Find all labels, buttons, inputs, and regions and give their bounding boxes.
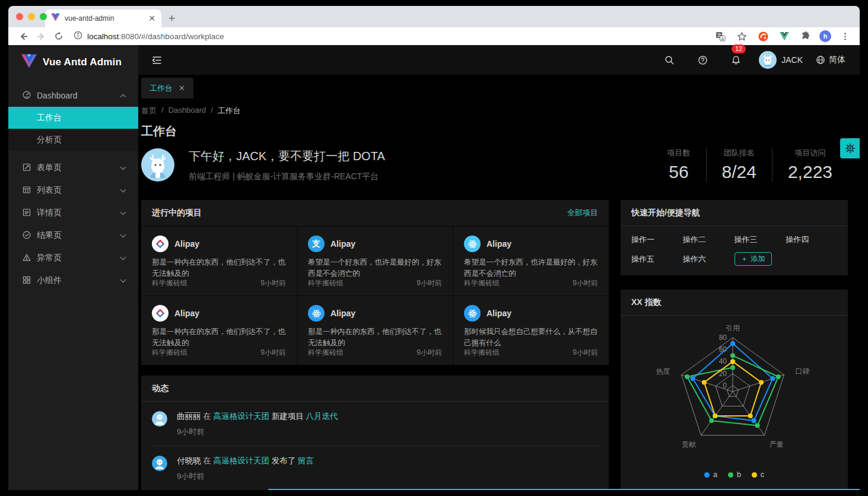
site-info-icon[interactable] [74,31,82,42]
project-time: 9小时前 [416,348,442,358]
tab-close-icon[interactable]: ✕ [148,14,155,23]
table-icon [23,186,31,196]
language-switcher[interactable]: 简体 [816,55,845,65]
project-card[interactable]: Alipay 那是一种内在的东西，他们到达不了，也无法触及的 科学搬砖组9小时前 [141,227,297,295]
close-window-button[interactable] [16,13,23,20]
atom-icon [464,305,481,322]
minimize-window-button[interactable] [28,13,35,20]
antd-icon [152,236,168,252]
sidebar-item-dashboard[interactable]: Dashboard [8,84,138,107]
project-group[interactable]: 科学搬砖组 [464,348,500,358]
block-icon [23,276,31,286]
sidebar-item-exception[interactable]: 异常页 [8,247,138,269]
user-avatar [759,51,777,69]
quick-op-4[interactable]: 操作四 [786,234,837,245]
project-card[interactable]: Alipay 那是一种内在的东西，他们到达不了，也无法触及的 科学搬砖组9小时前 [297,296,453,365]
quick-nav-panel: 快速开始/便捷导航 操作一 操作二 操作三 操作四 操作五 操作六 ＋添加 [621,200,848,275]
quick-op-3[interactable]: 操作三 [735,234,786,245]
extension-vue-icon[interactable] [777,29,792,43]
breadcrumb: 首页 / Dashboard / 工作台 [141,106,848,116]
svg-text:40: 40 [719,357,727,365]
refresh-icon[interactable] [51,29,66,43]
stat-projects: 项目数 56 [652,148,706,182]
browser-tab[interactable]: vue-antd-admin ✕ [45,9,161,27]
browser-menu-kebab-icon[interactable] [837,29,853,43]
project-group[interactable]: 科学搬砖组 [152,348,187,358]
chevron-down-icon [120,209,126,215]
project-card[interactable]: Alipay 那时候我只会想自己想要什么，从不想自己拥有什么 科学搬砖组9小时前 [453,296,609,365]
quick-op-6[interactable]: 操作六 [683,254,735,265]
activity-group-link[interactable]: 高逼格设计天团 [214,412,270,421]
quick-nav-title: 快速开始/便捷导航 [631,208,700,218]
radar-chart: 020406080引用口碑产量贡献热度 [621,316,848,467]
sidebar-item-result[interactable]: 结果页 [8,224,138,247]
chevron-up-icon [120,94,126,100]
user-menu[interactable]: JACK [759,51,803,69]
sidebar-item-form[interactable]: 表单页 [8,157,138,179]
extension-orange-icon[interactable] [755,29,771,43]
breadcrumb-dashboard[interactable]: Dashboard [168,106,206,116]
legend-item-c[interactable]: c [752,470,764,479]
notification-bell-icon[interactable]: 12 [726,50,746,70]
activity-time: 9小时前 [177,471,314,482]
admin-app: Vue Antd Admin Dashboard 工作台 分析页 表单页 [8,45,860,490]
activity-user[interactable]: 付晓晓 [177,456,201,465]
activity-user[interactable]: 曲丽丽 [177,412,201,421]
alipay-icon: 支 [308,236,325,252]
project-group[interactable]: 科学搬砖组 [308,278,344,288]
activity-item: 付晓晓 在 高逼格设计天团 发布了 留言 9小时前 [152,446,598,490]
profile-icon [23,208,31,218]
activity-item: 曲丽丽 在 高逼格设计天团 新建项目 八月迭代 9小时前 [152,402,598,446]
sidebar-item-workplace[interactable]: 工作台 [8,107,138,129]
extensions-puzzle-icon[interactable] [798,29,813,43]
address-bar[interactable]: localhost:8080/#/dashboard/workplace [69,31,710,42]
add-operation-button[interactable]: ＋添加 [735,252,772,266]
activity-target-link[interactable]: 八月迭代 [306,412,338,421]
back-icon[interactable] [15,29,31,43]
theme-settings-button[interactable] [840,138,860,158]
activity-group-link[interactable]: 高逼格设计天团 [214,456,270,465]
quick-op-5[interactable]: 操作五 [631,254,683,265]
projects-grid: Alipay 那是一种内在的东西，他们到达不了，也无法触及的 科学搬砖组9小时前… [141,226,609,365]
new-tab-button[interactable]: + [168,12,175,24]
fullscreen-window-button[interactable] [40,13,47,20]
project-group[interactable]: 科学搬砖组 [308,348,344,358]
project-group[interactable]: 科学搬砖组 [152,278,187,288]
check-circle-icon [23,231,31,241]
tab-workplace[interactable]: 工作台 ✕ [141,78,193,98]
logo[interactable]: Vue Antd Admin [8,45,138,80]
bookmark-star-icon[interactable] [734,29,749,43]
projects-title: 进行中的项目 [152,208,202,218]
project-card[interactable]: 支 Alipay 希望是一个好东西，也许是最好的，好东西是不会消亡的 科学搬砖组… [297,227,453,295]
chevron-down-icon [120,255,126,260]
language-label: 简体 [829,55,845,65]
activity-target-link[interactable]: 留言 [298,456,314,465]
legend-item-a[interactable]: a [704,470,717,479]
svg-text:产量: 产量 [770,440,784,449]
project-card[interactable]: Alipay 那是一种内在的东西，他们到达不了，也无法触及的 科学搬砖组9小时前 [141,296,297,365]
notification-badge: 12 [732,44,746,53]
menu-fold-icon[interactable] [147,50,167,70]
forward-icon[interactable] [33,29,49,43]
search-icon[interactable] [659,50,679,70]
all-projects-link[interactable]: 全部项目 [567,208,598,218]
index-radar-panel: XX 指数 020406080引用口碑产量贡献热度 a b c [621,290,848,490]
quick-op-1[interactable]: 操作一 [631,234,683,245]
bottom-accent-line [268,489,860,490]
project-card[interactable]: Alipay 希望是一个好东西，也许是最好的，好东西是不会消亡的 科学搬砖组9小… [453,227,609,295]
tab-close-icon[interactable]: ✕ [179,84,185,93]
legend-item-b[interactable]: b [728,470,741,479]
chevron-down-icon [120,277,126,283]
sidebar-item-widgets[interactable]: 小组件 [8,269,138,292]
app-header: 12 JACK 简体 [138,45,860,75]
breadcrumb-home[interactable]: 首页 [141,106,157,116]
sidebar-item-analysis[interactable]: 分析页 [8,129,138,151]
quick-op-2[interactable]: 操作二 [683,234,735,245]
project-group[interactable]: 科学搬砖组 [464,278,500,288]
sidebar-item-detail[interactable]: 详情页 [8,202,138,224]
activity-avatar [152,456,167,471]
translate-icon[interactable]: 文A [713,29,728,43]
help-icon[interactable] [692,50,713,70]
sidebar-item-list[interactable]: 列表页 [8,179,138,202]
browser-profile-avatar[interactable]: h [819,30,831,42]
